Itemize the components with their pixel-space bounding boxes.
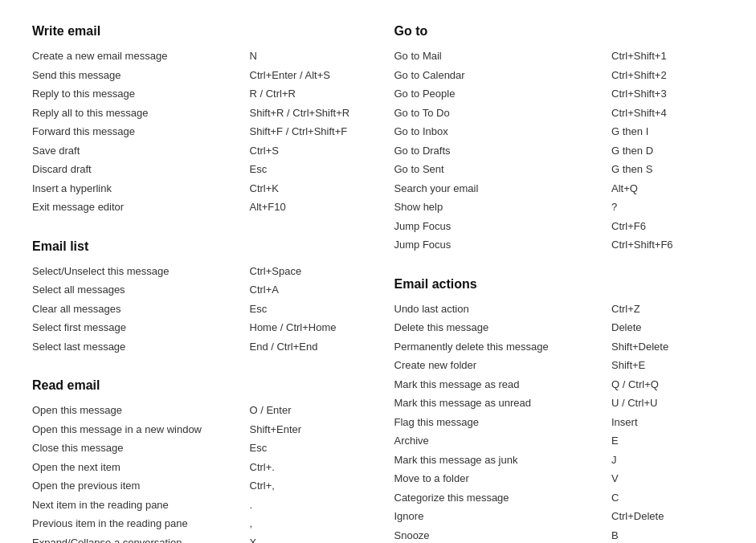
- shortcut-description: Select all messages: [32, 282, 125, 298]
- shortcut-row: Create a new email messageN: [32, 47, 362, 66]
- shortcut-row: Select last messageEnd / Ctrl+End: [32, 337, 362, 357]
- shortcut-description: Close this message: [32, 440, 123, 456]
- shortcut-description: Mark this message as unread: [394, 395, 532, 411]
- shortcut-key: G then S: [611, 161, 724, 178]
- shortcut-description: Flag this message: [394, 414, 480, 431]
- shortcut-row: Open the previous itemCtrl+,: [32, 476, 362, 496]
- shortcut-key: Q / Ctrl+Q: [611, 377, 724, 393]
- shortcut-row: IgnoreCtrl+Delete: [394, 507, 725, 526]
- shortcut-description: Expand/Collapse a conversation: [32, 535, 182, 544]
- shortcut-key: E: [611, 433, 724, 449]
- shortcut-row: Delete this messageDelete: [394, 318, 725, 337]
- shortcut-description: Go to People: [394, 86, 456, 102]
- shortcut-key: Ctrl+A: [250, 282, 362, 298]
- shortcut-key: Ctrl+.: [250, 459, 362, 476]
- shortcut-row: Move to a folderV: [394, 469, 725, 488]
- shortcut-key: G then I: [611, 124, 724, 140]
- shortcut-key: Esc: [250, 440, 362, 456]
- shortcut-description: Open this message in a new window: [32, 422, 202, 438]
- shortcut-row: Go to PeopleCtrl+Shift+3: [394, 84, 725, 104]
- section-title-email-list: Email list: [32, 239, 362, 254]
- shortcut-description: Reply all to this message: [32, 105, 149, 121]
- shortcut-key: Ctrl+K: [250, 181, 362, 197]
- shortcut-description: Go to To Do: [394, 105, 450, 121]
- shortcut-key: Ctrl+Space: [250, 263, 362, 280]
- shortcut-key: Shift+F / Ctrl+Shift+F: [250, 124, 362, 140]
- shortcut-description: Undo last action: [394, 301, 469, 317]
- shortcut-row: Close this messageEsc: [32, 439, 362, 458]
- shortcut-key: G then D: [611, 143, 724, 159]
- shortcut-description: Show help: [394, 199, 443, 215]
- shortcut-row: Reply all to this messageShift+R / Ctrl+…: [32, 104, 362, 123]
- shortcut-key: Home / Ctrl+Home: [250, 320, 362, 336]
- shortcut-row: Mark this message as readQ / Ctrl+Q: [394, 375, 725, 394]
- shortcut-row: Open this message in a new windowShift+E…: [32, 420, 362, 439]
- shortcut-key: Shift+E: [611, 357, 724, 374]
- shortcut-description: Previous item in the reading pane: [32, 516, 188, 532]
- shortcut-description: Snooze: [394, 528, 430, 544]
- shortcut-row: Save draftCtrl+S: [32, 141, 362, 161]
- shortcut-description: Jump Focus: [394, 218, 452, 235]
- shortcut-description: Jump Focus: [394, 237, 452, 253]
- shortcut-row: Go to SentG then S: [394, 160, 725, 179]
- shortcut-row: Discard draftEsc: [32, 160, 362, 179]
- shortcut-row: Mark this message as unreadU / Ctrl+U: [394, 394, 725, 413]
- shortcut-row: Open the next itemCtrl+.: [32, 458, 362, 477]
- shortcut-description: Create a new email message: [32, 48, 167, 64]
- shortcut-description: Create new folder: [394, 357, 477, 374]
- shortcut-description: Go to Calendar: [394, 67, 465, 84]
- shortcut-row: Go to To DoCtrl+Shift+4: [394, 104, 725, 123]
- shortcut-row: Search your emailAlt+Q: [394, 179, 725, 198]
- section-write-email: Write emailCreate a new email messageNSe…: [32, 24, 362, 217]
- right-column: Go toGo to MailCtrl+Shift+1Go to Calenda…: [394, 24, 725, 543]
- section-go-to: Go toGo to MailCtrl+Shift+1Go to Calenda…: [394, 24, 725, 255]
- shortcut-row: Jump FocusCtrl+F6: [394, 217, 725, 236]
- shortcut-key: Esc: [250, 161, 362, 178]
- shortcut-description: Permanently delete this message: [394, 339, 549, 355]
- section-title-email-actions: Email actions: [394, 277, 725, 292]
- shortcut-key: Shift+Enter: [250, 422, 362, 438]
- shortcut-row: Undo last actionCtrl+Z: [394, 300, 725, 319]
- section-email-actions: Email actionsUndo last actionCtrl+ZDelet…: [394, 277, 725, 544]
- shortcut-description: Reply to this message: [32, 86, 135, 102]
- shortcut-description: Discard draft: [32, 161, 92, 178]
- shortcut-row: Show help?: [394, 198, 725, 217]
- shortcut-description: Open the next item: [32, 459, 121, 476]
- shortcut-row: Go to CalendarCtrl+Shift+2: [394, 66, 725, 85]
- shortcut-description: Go to Mail: [394, 48, 442, 64]
- keyboard-shortcuts-layout: Write emailCreate a new email messageNSe…: [32, 24, 724, 543]
- shortcut-row: Go to InboxG then I: [394, 122, 725, 141]
- shortcut-row: Flag this messageInsert: [394, 413, 725, 432]
- shortcut-description: Clear all messages: [32, 301, 121, 317]
- shortcut-row: Send this messageCtrl+Enter / Alt+S: [32, 66, 362, 85]
- shortcut-description: Categorize this message: [394, 490, 509, 506]
- shortcut-key: End / Ctrl+End: [250, 339, 362, 355]
- shortcut-description: Mark this message as read: [394, 377, 520, 393]
- shortcut-description: Go to Inbox: [394, 124, 448, 140]
- shortcut-key: J: [611, 452, 724, 468]
- shortcut-key: R / Ctrl+R: [250, 86, 362, 102]
- shortcut-key: Insert: [611, 414, 724, 431]
- shortcut-description: Forward this message: [32, 124, 135, 140]
- shortcut-key: Ctrl+Shift+1: [611, 48, 724, 64]
- shortcut-key: Alt+Q: [611, 181, 724, 197]
- shortcut-row: Insert a hyperlinkCtrl+K: [32, 179, 362, 198]
- shortcut-description: Select/Unselect this message: [32, 263, 170, 280]
- shortcut-row: Forward this messageShift+F / Ctrl+Shift…: [32, 122, 362, 141]
- shortcut-description: Exit message editor: [32, 199, 124, 215]
- shortcut-description: Send this message: [32, 67, 121, 84]
- shortcut-key: U / Ctrl+U: [611, 395, 724, 411]
- shortcut-row: Go to MailCtrl+Shift+1: [394, 47, 725, 66]
- shortcut-description: Ignore: [394, 508, 424, 525]
- shortcut-row: Clear all messagesEsc: [32, 300, 362, 319]
- section-title-write-email: Write email: [32, 24, 362, 39]
- shortcut-row: Mark this message as junkJ: [394, 451, 725, 470]
- shortcut-key: Ctrl+,: [250, 478, 362, 494]
- section-title-go-to: Go to: [394, 24, 725, 39]
- shortcut-description: Archive: [394, 433, 429, 449]
- shortcut-key: Shift+R / Ctrl+Shift+R: [250, 105, 362, 121]
- shortcut-key: .: [250, 497, 362, 513]
- shortcut-key: Ctrl+Shift+2: [611, 67, 724, 84]
- shortcut-row: Next item in the reading pane.: [32, 496, 362, 515]
- left-column: Write emailCreate a new email messageNSe…: [32, 24, 362, 543]
